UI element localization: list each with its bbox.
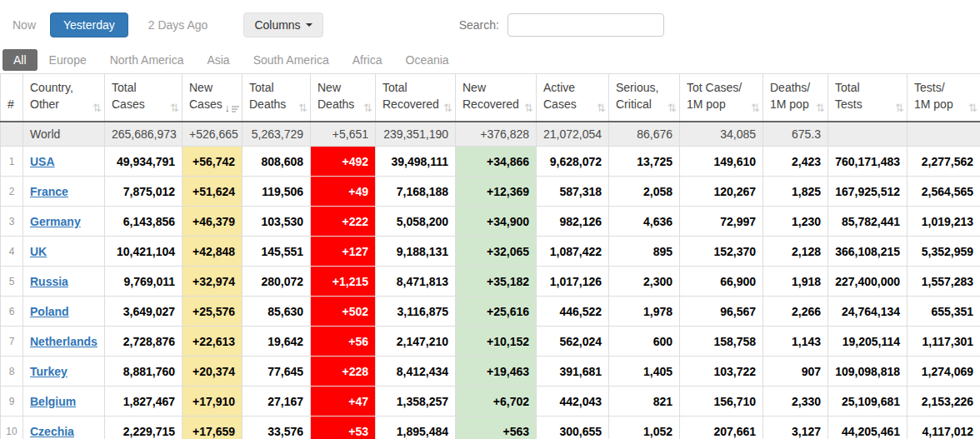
sort-icon: ⇅ [816, 102, 825, 113]
country-link[interactable]: Russia [30, 275, 68, 288]
cell-serious_critical: 1,052 [609, 417, 680, 439]
cell-total_deaths: 19,642 [242, 327, 311, 357]
cell-deaths_1m: 675.3 [763, 122, 828, 147]
tab-europe[interactable]: Europe [38, 49, 98, 71]
cell-tests_1m: 5,352,959 [908, 237, 980, 267]
table-row: 3Germany6,143,856+46,379103,530+2225,058… [1, 207, 980, 237]
column-label: Country, Other [30, 81, 73, 111]
cell-tests_1m: 1,557,283 [908, 267, 980, 297]
cell-new_recovered: +6,702 [456, 387, 537, 417]
column-header-active_cases[interactable]: Active Cases⇅ [537, 74, 609, 122]
cell-new_recovered: +25,616 [456, 297, 537, 327]
world-row: World265,686,973+526,6655,263,729+5,6512… [1, 122, 980, 147]
search-input[interactable] [508, 13, 664, 37]
sort-icon: ⇅ [968, 102, 978, 113]
column-header-serious_critical[interactable]: Serious, Critical⇅ [609, 74, 680, 122]
column-header-new_cases[interactable]: New Cases↓ [182, 74, 242, 122]
cell-total_recovered: 1,895,484 [376, 417, 456, 439]
yesterday-button[interactable]: Yesterday [50, 12, 128, 37]
cell-total_tests: 109,098,818 [828, 357, 908, 387]
country-link[interactable]: Netherlands [30, 335, 98, 348]
tab-africa[interactable]: Africa [341, 49, 394, 71]
country-link[interactable]: Germany [30, 215, 81, 228]
cell-tot_cases_1m: 34,085 [680, 122, 763, 147]
column-header-total_recovered[interactable]: Total Recovered⇅ [376, 74, 456, 122]
table-row: 10Czechia2,229,715+17,65933,576+531,895,… [1, 417, 980, 439]
cell-tot_cases_1m: 120,267 [680, 177, 763, 207]
table-row: 9Belgium1,827,467+17,91027,167+471,358,2… [1, 387, 980, 417]
column-header-tests_1m[interactable]: Tests/ 1M pop⇅ [908, 74, 980, 122]
table-row: 1USA49,934,791+56,742808,608+49239,498,1… [1, 147, 980, 177]
cell-total_cases: 9,769,011 [105, 267, 182, 297]
columns-dropdown-button[interactable]: Columns [243, 12, 322, 37]
sort-icon: ⇅ [751, 102, 760, 113]
cell-rank: 1 [1, 147, 23, 177]
country-link[interactable]: Turkey [30, 365, 68, 378]
tab-all[interactable]: All [2, 49, 38, 71]
column-header-total_tests[interactable]: Total Tests⇅ [828, 74, 908, 122]
cell-country: Czechia [23, 417, 105, 439]
cell-tot_cases_1m: 96,567 [680, 297, 763, 327]
tab-oceania[interactable]: Oceania [394, 49, 461, 71]
cell-tot_cases_1m: 158,758 [680, 327, 763, 357]
cell-total_cases: 7,875,012 [105, 177, 182, 207]
caret-down-icon [306, 23, 312, 27]
column-label: Tot Cases/ 1M pop [687, 81, 742, 111]
country-link[interactable]: UK [30, 245, 47, 258]
cell-country: UK [23, 237, 105, 267]
cell-new_cases: +51,624 [182, 177, 242, 207]
cell-active_cases: 300,655 [537, 417, 609, 439]
cell-country: Turkey [23, 357, 105, 387]
cell-active_cases: 562,024 [537, 327, 609, 357]
cell-total_cases: 265,686,973 [105, 122, 182, 147]
tab-south-america[interactable]: South America [242, 49, 341, 71]
column-header-new_recovered[interactable]: New Recovered⇅ [456, 74, 537, 122]
column-label: Total Deaths [249, 81, 286, 111]
country-link[interactable]: Belgium [30, 395, 76, 408]
search-label: Search: [459, 18, 499, 32]
cell-total_recovered: 2,147,210 [376, 327, 456, 357]
cell-country: World [23, 122, 105, 147]
cell-total_deaths: 280,072 [242, 267, 311, 297]
covid-table: #Country, Other⇅Total Cases⇅New Cases↓To… [0, 73, 980, 439]
cell-new_recovered: +34,866 [456, 147, 537, 177]
country-link[interactable]: France [30, 185, 68, 198]
country-link[interactable]: Poland [30, 305, 69, 318]
tab-asia[interactable]: Asia [195, 49, 241, 71]
column-header-total_deaths[interactable]: Total Deaths⇅ [242, 74, 311, 122]
cell-new_cases: +46,379 [182, 207, 242, 237]
toolbar: Now Yesterday 2 Days Ago Columns Search: [0, 0, 980, 47]
cell-tests_1m: 1,117,301 [908, 327, 980, 357]
column-header-total_cases[interactable]: Total Cases⇅ [105, 74, 182, 122]
column-label: New Cases [189, 81, 222, 111]
cell-rank: 10 [1, 417, 23, 439]
cell-active_cases: 1,017,126 [537, 267, 609, 297]
cell-new_recovered: +563 [456, 417, 537, 439]
cell-serious_critical: 600 [609, 327, 680, 357]
cell-deaths_1m: 2,128 [763, 237, 828, 267]
two-days-ago-button[interactable]: 2 Days Ago [148, 18, 208, 32]
sort-icon: ⇅ [92, 102, 102, 113]
cell-rank: 5 [1, 267, 23, 297]
cell-new_recovered: +19,463 [456, 357, 537, 387]
cell-new_recovered: +35,182 [456, 267, 537, 297]
tab-north-america[interactable]: North America [98, 49, 196, 71]
column-header-new_deaths[interactable]: New Deaths⇅ [311, 74, 376, 122]
column-header-country[interactable]: Country, Other⇅ [23, 74, 105, 122]
cell-deaths_1m: 2,266 [763, 297, 828, 327]
cell-new_cases: +20,374 [182, 357, 242, 387]
country-link[interactable]: USA [30, 155, 55, 168]
column-header-deaths_1m[interactable]: Deaths/ 1M pop⇅ [763, 74, 828, 122]
continent-tabs: AllEuropeNorth AmericaAsiaSouth AmericaA… [0, 47, 980, 73]
now-button[interactable]: Now [12, 18, 36, 32]
cell-total_cases: 2,229,715 [105, 417, 182, 439]
column-header-tot_cases_1m[interactable]: Tot Cases/ 1M pop⇅ [680, 74, 763, 122]
cell-tot_cases_1m: 66,900 [680, 267, 763, 297]
cell-tot_cases_1m: 103,722 [680, 357, 763, 387]
cell-total_deaths: 27,167 [242, 387, 311, 417]
sort-desc-icon: ↓ [225, 102, 240, 113]
cell-tests_1m: 655,351 [908, 297, 980, 327]
cell-active_cases: 9,628,072 [537, 147, 609, 177]
cell-total_deaths: 33,576 [242, 417, 311, 439]
country-link[interactable]: Czechia [30, 425, 74, 438]
